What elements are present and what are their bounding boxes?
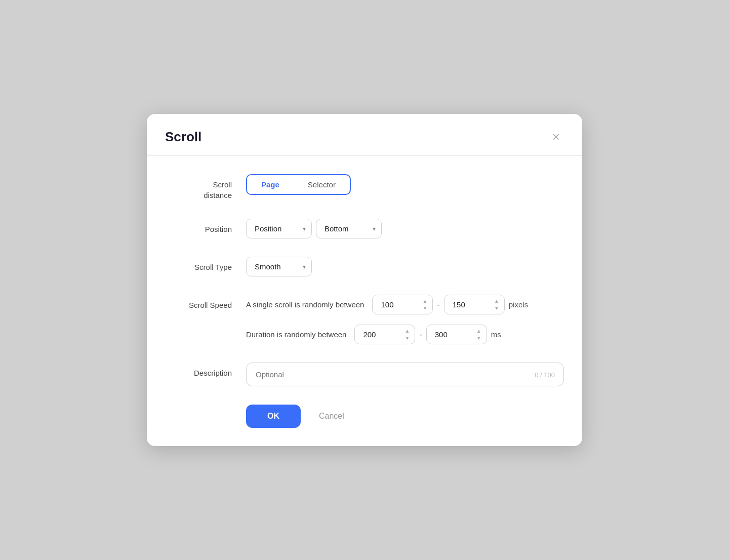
scroll-distance-toggle: Page Selector [246,174,351,195]
min-ms-spinners: ▲ ▼ [403,328,412,341]
max-pixels-down-btn[interactable]: ▼ [493,305,501,311]
scroll-type-select[interactable]: Smooth Instant Auto [246,257,312,276]
max-ms-wrapper: ▲ ▼ [426,325,487,344]
description-row: Description 0 / 100 [165,363,564,386]
duration-label: Duration is randomly between [246,330,346,339]
min-pixels-up-btn[interactable]: ▲ [421,298,429,304]
scroll-dialog: Scroll × Scrolldistance Page Selector Po… [147,114,582,446]
min-pixels-spinners: ▲ ▼ [421,298,429,311]
description-label: Description [165,363,246,378]
scroll-speed-col: A single scroll is randomly between ▲ ▼ … [246,295,528,344]
min-pixels-down-btn[interactable]: ▼ [421,305,429,311]
page-toggle-btn[interactable]: Page [247,175,294,194]
max-pixels-wrapper: ▲ ▼ [444,295,505,314]
position-type-select[interactable]: Position Start Center End [246,219,312,238]
position-type-wrapper: Position Start Center End ▾ [246,219,312,238]
pixels-separator: - [437,300,439,309]
scroll-type-content: Smooth Instant Auto ▾ [246,257,564,276]
position-label: Position [165,219,246,234]
max-pixels-spinners: ▲ ▼ [493,298,501,311]
single-scroll-label: A single scroll is randomly between [246,300,364,309]
min-pixels-wrapper: ▲ ▼ [372,295,433,314]
scroll-type-label: Scroll Type [165,257,246,272]
ok-button[interactable]: OK [246,405,301,428]
cancel-button[interactable]: Cancel [311,405,352,428]
pixels-row: A single scroll is randomly between ▲ ▼ … [246,295,528,314]
scroll-distance-content: Page Selector [246,174,564,195]
selector-toggle-btn[interactable]: Selector [294,175,350,194]
position-side-wrapper: Bottom Top Left Right ▾ [316,219,382,238]
scroll-distance-row: Scrolldistance Page Selector [165,174,564,201]
close-button[interactable]: × [548,128,564,145]
dialog-title: Scroll [165,129,201,145]
scroll-type-row: Scroll Type Smooth Instant Auto ▾ [165,257,564,276]
min-ms-wrapper: ▲ ▼ [354,325,415,344]
ms-separator: - [419,330,422,339]
ms-unit-label: ms [491,330,501,339]
action-row: OK Cancel [246,405,564,428]
position-side-select[interactable]: Bottom Top Left Right [316,219,382,238]
position-row: Position Position Start Center End ▾ Bot… [165,219,564,238]
min-ms-up-btn[interactable]: ▲ [403,328,412,334]
scroll-type-wrapper: Smooth Instant Auto ▾ [246,257,312,276]
description-input[interactable] [246,363,564,386]
position-content: Position Start Center End ▾ Bottom Top L… [246,219,564,238]
description-content: 0 / 100 [246,363,564,386]
scroll-speed-label: Scroll Speed [165,295,246,310]
max-pixels-up-btn[interactable]: ▲ [493,298,501,304]
max-ms-spinners: ▲ ▼ [475,328,483,341]
pixels-unit-label: pixels [509,300,528,309]
description-wrapper: 0 / 100 [246,363,564,386]
max-ms-up-btn[interactable]: ▲ [475,328,483,334]
duration-row: Duration is randomly between ▲ ▼ - [246,325,528,344]
scroll-distance-label: Scrolldistance [165,174,246,201]
scroll-speed-content: A single scroll is randomly between ▲ ▼ … [246,295,564,344]
scroll-speed-row: Scroll Speed A single scroll is randomly… [165,295,564,344]
max-ms-down-btn[interactable]: ▼ [475,335,483,341]
dialog-body: Scrolldistance Page Selector Position Po… [147,156,582,446]
min-ms-down-btn[interactable]: ▼ [403,335,412,341]
dialog-header: Scroll × [147,114,582,156]
